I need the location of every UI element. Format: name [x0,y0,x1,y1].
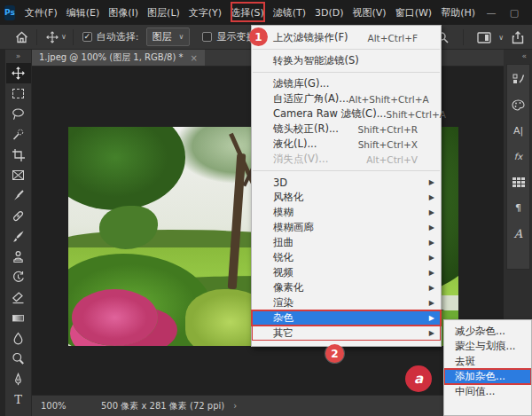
window-controls: — ▢ ✕ [480,7,532,19]
noise-item-median[interactable]: 中间值... [444,384,531,399]
submenu-arrow-icon: ▶ [429,239,434,247]
menubar-item-3d[interactable]: 3D(D) [310,4,348,22]
noise-item-despeckle[interactable]: 去斑 [444,354,531,369]
frame-tool[interactable] [6,165,31,185]
submenu-arrow-icon: ▶ [429,208,434,216]
menubar-item-help[interactable]: 帮助(H) [436,3,480,23]
menubar-item-layer[interactable]: 图层(L) [143,3,184,23]
auto-select-checkbox[interactable]: ✓ [82,32,92,42]
filter-menu-item-video[interactable]: 视频▶ [252,265,441,280]
status-chevron-icon[interactable]: › [233,401,237,411]
clone-stamp-tool[interactable] [6,247,31,267]
menubar-item-filter[interactable]: 滤镜(T) [269,3,310,23]
chevron-down-icon: ∨ [179,33,184,41]
options-divider [73,29,74,45]
home-icon[interactable] [12,28,30,46]
noise-item-dust-scratches[interactable]: 蒙尘与划痕... [444,339,531,354]
show-transform-checkbox[interactable] [202,32,212,42]
status-bar: 100% 500 像素 x 281 像素 (72 ppi) › [32,395,504,416]
toolbar-expand-icon[interactable]: » [5,50,31,63]
titlebar: Ps 文件(F) 编辑(E) 图像(I) 图层(L) 文字(Y) 选择(S) 滤… [0,0,532,25]
menubar-item-file[interactable]: 文件(F) [20,3,62,23]
minimize-button[interactable]: — [480,7,503,19]
share-icon[interactable] [509,28,527,46]
menubar-item-image[interactable]: 图像(I) [104,3,143,23]
document-tab[interactable]: 1.jpeg @ 100% (图层 1, RGB/8) * × [32,50,205,66]
color-panel-icon[interactable] [512,98,525,112]
options-divider [463,29,464,45]
menubar-item-view[interactable]: 视图(V) [348,3,391,23]
auto-select-target-dropdown[interactable]: 图层 ∨ [146,27,191,46]
filter-menu-item-blur[interactable]: 模糊▶ [252,205,441,220]
filter-menu-item-vanishing-point: 消失点(V)...Alt+Ctrl+V [252,152,441,167]
tools-panel: » T [5,50,32,416]
maximize-button[interactable]: ▢ [503,7,526,19]
submenu-arrow-icon: ▶ [429,314,434,322]
pen-tool[interactable] [6,369,31,389]
auto-select-label: 自动选择: [97,30,139,43]
filter-menu-item-last-filter[interactable]: 上次滤镜操作(F)Alt+Ctrl+F [252,30,441,45]
dodge-tool[interactable] [6,349,31,369]
filter-menu-item-adaptive-wide-angle[interactable]: 自适应广角(A)...Alt+Shift+Ctrl+A [252,91,441,106]
filter-menu-item-distort[interactable]: 扭曲▶ [252,235,441,250]
crop-tool[interactable] [6,145,31,165]
panel-icon-strip: A| fx ¶ A [506,64,530,270]
adjustments-icon[interactable] [512,72,525,86]
noise-item-reduce-noise[interactable]: 减少杂色... [444,324,531,339]
filter-menu-item-noise[interactable]: 杂色▶ [252,310,441,326]
spot-healing-tool[interactable] [6,206,31,226]
submenu-arrow-icon: ▶ [429,329,434,337]
menubar-item-window[interactable]: 窗口(W) [391,3,436,23]
type-tool[interactable]: T [6,389,31,410]
annotation-box-filter-menu [231,2,265,22]
filter-menu-item-liquify[interactable]: 液化(L)...Shift+Ctrl+X [252,137,441,152]
lasso-tool[interactable] [6,104,31,124]
filter-menu-item-filter-gallery[interactable]: 滤镜库(G)... [252,76,441,91]
zoom-level-field[interactable]: 100% [41,401,76,411]
chevron-down-icon[interactable]: ∨ [61,33,66,41]
blur-tool[interactable] [6,328,31,349]
move-tool[interactable] [6,63,31,83]
annotation-step-2: 2 [325,344,344,363]
gradient-tool[interactable] [6,308,31,328]
menu-separator [253,49,440,50]
menubar-item-edit[interactable]: 编辑(E) [62,3,105,23]
submenu-arrow-icon: ▶ [429,224,434,232]
filter-menu-item-blur-gallery[interactable]: 模糊画廊▶ [252,220,441,235]
annotation-step-1: 1 [249,27,268,46]
menubar-item-type[interactable]: 文字(Y) [184,3,226,23]
photoshop-logo-icon: Ps [4,5,15,20]
noise-item-add-noise[interactable]: 添加杂色... [444,369,531,384]
chevron-down-icon[interactable]: ∨ [498,34,504,42]
eraser-tool[interactable] [6,287,31,308]
close-button[interactable]: ✕ [526,7,532,19]
quick-selection-tool[interactable] [6,124,31,145]
panel-collapse-icon[interactable]: « [504,50,532,60]
marquee-tool[interactable] [6,83,31,104]
filter-menu-item-other[interactable]: 其它▶ [252,326,441,341]
paragraph-panel-icon[interactable]: ¶ [515,200,521,215]
brush-tool[interactable] [6,226,31,247]
eyedropper-tool[interactable] [6,185,31,206]
filter-menu-item-stylize[interactable]: 风格化▶ [252,190,441,205]
filter-menu-item-3d[interactable]: 3D▶ [252,175,441,190]
grid-icon [512,177,525,187]
filter-menu-item-pixelate[interactable]: 像素化▶ [252,280,441,295]
menu-separator [253,72,440,73]
tab-close-icon[interactable]: × [190,53,197,63]
noise-submenu: 减少杂色... 蒙尘与划痕... 去斑 添加杂色... 中间值... [443,319,532,416]
submenu-arrow-icon: ▶ [429,284,434,292]
glyphs-panel-icon[interactable]: A [514,226,522,240]
filter-menu-item-sharpen[interactable]: 锐化▶ [252,250,441,265]
swatches-panel-icon[interactable] [512,175,525,189]
submenu-arrow-icon: ▶ [429,269,434,277]
workspace-layout-icon[interactable] [475,28,493,46]
filter-menu-item-camera-raw[interactable]: Camera Raw 滤镜(C)...Shift+Ctrl+A [252,106,441,122]
filter-menu-item-smart-filters[interactable]: 转换为智能滤镜(S) [252,53,441,68]
filter-menu-item-render[interactable]: 渲染▶ [252,295,441,310]
history-brush-tool[interactable] [6,267,31,287]
move-tool-preset-icon[interactable] [43,28,61,46]
filter-menu-item-lens-correction[interactable]: 镜头校正(R)...Shift+Ctrl+R [252,122,441,137]
character-panel-icon[interactable]: A| [513,123,523,137]
styles-panel-icon[interactable]: fx [514,149,522,163]
